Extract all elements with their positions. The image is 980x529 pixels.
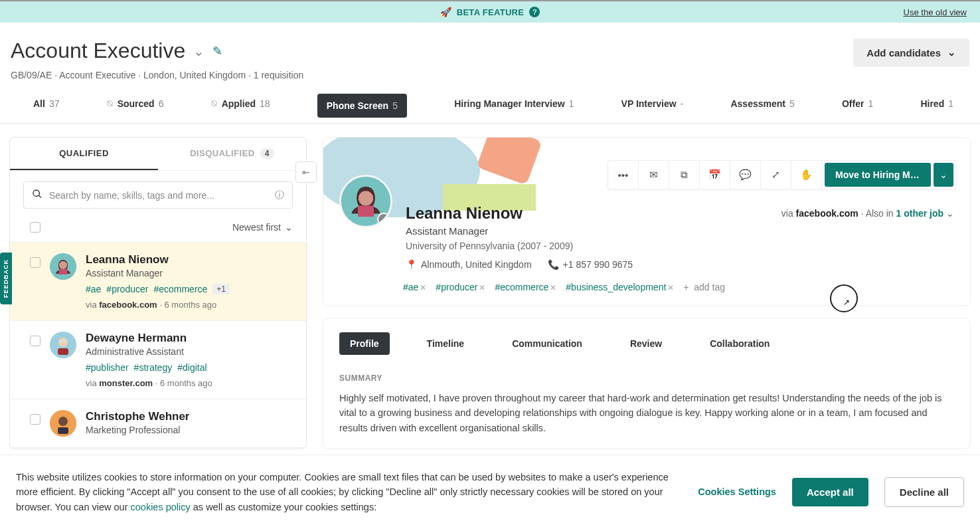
use-old-view-link[interactable]: Use the old view	[904, 7, 967, 17]
tag[interactable]: #ae	[403, 282, 418, 292]
stage-hired[interactable]: Hired 1	[920, 94, 953, 123]
source-badge-icon	[377, 213, 390, 226]
candidate-tag[interactable]: #publisher	[86, 362, 129, 373]
stage-assessment[interactable]: Assessment 5	[730, 94, 794, 123]
stage-phone-screen[interactable]: Phone Screen 5	[317, 94, 407, 118]
candidate-checkbox[interactable]	[30, 336, 41, 346]
eye-off-icon: ⦰	[107, 98, 114, 110]
pipeline-stages: All 37 ⦰ Sourced 6 ⦰ Applied 18 Phone Sc…	[0, 80, 980, 124]
candidate-avatar	[339, 175, 392, 228]
candidate-tag[interactable]: #producer	[106, 284, 148, 294]
candidate-row[interactable]: Christophe Wehner Marketing Professional	[10, 399, 306, 448]
chevron-down-icon: ⌄	[947, 47, 956, 58]
svg-point-11	[359, 191, 373, 205]
beta-label: BETA FEATURE	[457, 7, 525, 17]
search-icon	[32, 189, 42, 201]
svg-point-1	[59, 261, 67, 269]
candidate-checkbox[interactable]	[30, 414, 41, 425]
comment-icon[interactable]: 💬	[730, 160, 761, 189]
candidate-role: Assistant Manager	[86, 268, 293, 278]
chevron-down-icon[interactable]: ⌄	[946, 208, 954, 219]
candidate-tag[interactable]: #digital	[177, 362, 206, 373]
candidate-action-bar: ••• ✉ ⧉ 📅 💬 ⤢ ✋ Move to Hiring Mana... ⌄	[608, 160, 957, 189]
tab-collaboration[interactable]: Collaboration	[699, 332, 780, 355]
add-candidates-label: Add candidates	[866, 47, 941, 58]
collapse-panel-button[interactable]: ⇤	[295, 161, 317, 183]
search-input-wrapper[interactable]: ⓘ	[23, 181, 293, 209]
edit-icon[interactable]: ✎	[212, 44, 222, 58]
sort-dropdown[interactable]: Newest first ⌄	[232, 222, 293, 233]
expand-icon[interactable]: ⤢	[761, 160, 791, 189]
page-header: Account Executive ⌄ ✎ GB/09/AE · Account…	[0, 23, 980, 80]
stop-icon[interactable]: ✋	[791, 160, 822, 189]
candidate-checkbox[interactable]	[30, 257, 41, 268]
chevron-down-icon[interactable]: ⌄	[193, 43, 204, 59]
job-subtitle: GB/09/AE · Account Executive · London, U…	[11, 70, 303, 80]
rocket-icon: 🚀	[440, 7, 451, 17]
svg-rect-9	[58, 427, 68, 434]
tag[interactable]: #producer	[436, 282, 477, 292]
remove-tag-icon[interactable]: ✕	[667, 283, 674, 292]
svg-rect-12	[358, 205, 374, 217]
svg-point-8	[58, 417, 68, 426]
tab-qualified[interactable]: QUALIFIED	[10, 138, 158, 170]
remove-tag-icon[interactable]: ✕	[550, 283, 556, 292]
stage-hiring-manager-interview[interactable]: Hiring Manager Interview 1	[454, 94, 574, 123]
beta-banner: 🚀 BETA FEATURE ? Use the old view	[0, 0, 980, 23]
tab-communication[interactable]: Communication	[501, 332, 593, 355]
info-icon[interactable]: ⓘ	[275, 189, 284, 201]
more-actions-button[interactable]: •••	[608, 160, 639, 189]
tag[interactable]: #business_development	[566, 282, 666, 292]
candidate-tag[interactable]: #ae	[86, 284, 101, 294]
candidate-row[interactable]: Dewayne Hermann Administrative Assistant…	[10, 321, 306, 399]
candidate-row[interactable]: Leanna Nienow Assistant Manager #ae #pro…	[10, 243, 306, 321]
candidate-list-panel: ⇤ QUALIFIED DISQUALIFIED 4 ⓘ Newest firs…	[9, 137, 307, 449]
other-job-link[interactable]: 1 other job	[896, 208, 944, 219]
move-stage-button[interactable]: Move to Hiring Mana...	[825, 163, 931, 187]
sort-label-text: Newest first	[232, 222, 281, 233]
tab-profile[interactable]: Profile	[339, 332, 390, 355]
stage-sourced[interactable]: ⦰ Sourced 6	[107, 94, 164, 123]
candidate-detail-card: ••• ✉ ⧉ 📅 💬 ⤢ ✋ Move to Hiring Mana... ⌄…	[323, 137, 971, 306]
candidate-role: Administrative Assistant	[86, 346, 293, 357]
stage-all[interactable]: All 37	[33, 94, 59, 123]
add-tag-button[interactable]: + add tag	[683, 282, 725, 292]
move-stage-dropdown[interactable]: ⌄	[934, 163, 953, 187]
candidate-name: Dewayne Hermann	[86, 332, 293, 345]
candidate-location: 📍Alnmouth, United Kingdom	[406, 259, 532, 270]
feedback-tab[interactable]: FEEDBACK	[0, 253, 12, 304]
tab-disqualified[interactable]: DISQUALIFIED 4	[158, 138, 306, 170]
candidate-tag[interactable]: #ecommerce	[153, 284, 207, 294]
svg-rect-5	[58, 348, 68, 355]
tab-disqualified-label: DISQUALIFIED	[190, 148, 255, 158]
add-candidates-button[interactable]: Add candidates ⌄	[853, 39, 969, 66]
more-tags-badge[interactable]: +1	[212, 284, 230, 294]
tab-review[interactable]: Review	[619, 332, 673, 355]
open-external-icon[interactable]: ⧉	[669, 160, 700, 189]
eye-off-icon: ⦰	[211, 98, 218, 110]
select-all-checkbox[interactable]	[30, 222, 41, 233]
remove-tag-icon[interactable]: ✕	[479, 283, 485, 292]
calendar-icon[interactable]: 📅	[700, 160, 730, 189]
email-icon[interactable]: ✉	[639, 160, 669, 189]
candidate-source: via monster.com · 6 months ago	[86, 378, 293, 388]
candidate-source: via facebook.com · 6 months ago	[86, 300, 293, 310]
pin-icon: 📍	[406, 259, 417, 270]
summary-text: Highly self motivated, I have proven thr…	[339, 391, 954, 435]
remove-tag-icon[interactable]: ✕	[420, 283, 426, 292]
candidate-education: University of Pennsylvania (2007 - 2009)	[406, 241, 954, 251]
candidate-tag[interactable]: #strategy	[134, 362, 173, 373]
candidate-role: Marketing Professional	[86, 425, 293, 435]
candidate-via: via facebook.com · Also in 1 other job ⌄	[781, 208, 954, 219]
search-input[interactable]	[49, 190, 284, 201]
stage-offer[interactable]: Offer 1	[842, 94, 873, 123]
stage-applied[interactable]: ⦰ Applied 18	[211, 94, 270, 123]
svg-rect-2	[59, 269, 67, 274]
tag[interactable]: #ecommerce	[495, 282, 548, 292]
tab-timeline[interactable]: Timeline	[416, 332, 475, 355]
help-icon[interactable]: ?	[529, 7, 540, 17]
candidate-detail-role: Assistant Manager	[406, 225, 954, 237]
candidate-name: Leanna Nienow	[86, 253, 293, 266]
stage-vp-interview[interactable]: VP Interview -	[621, 94, 684, 123]
candidate-phone: 📞+1 857 990 9675	[548, 259, 633, 270]
